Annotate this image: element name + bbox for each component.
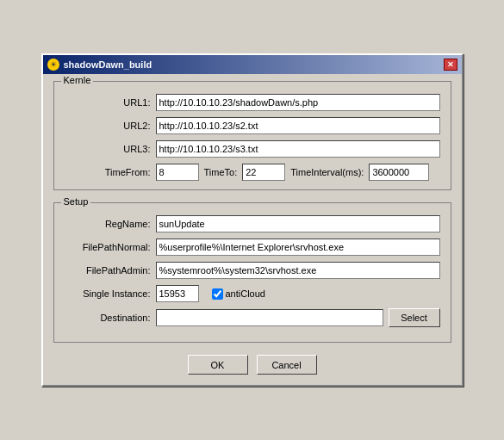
regname-input[interactable] [156,215,440,232]
filepnormal-input[interactable] [156,239,440,256]
regname-label: RegName: [65,219,151,229]
timefrom-input[interactable] [156,164,199,181]
timeinterval-label: TimeInterval(ms): [290,167,364,177]
time-row: TimeFrom: TimeTo: TimeInterval(ms): [65,164,440,181]
main-window: ☀ shadowDawn_build ✕ Kernle URL1: URL2: … [41,53,464,387]
url1-input[interactable] [156,94,440,111]
destination-label: Destination: [65,313,151,323]
timeto-input[interactable] [242,164,285,181]
window-icon: ☀ [47,59,59,71]
single-instance-label: Single Instance: [65,288,151,299]
url3-row: URL3: [65,140,440,158]
url2-input[interactable] [156,117,440,134]
url3-input[interactable] [156,140,440,158]
filepnormal-label: FilePathNormal: [65,242,151,252]
select-button[interactable]: Select [389,308,440,327]
setup-group: Setup RegName: FilePathNormal: FilePathA… [53,202,451,343]
timeto-label: TimeTo: [204,167,238,177]
titlebar-left: ☀ shadowDawn_build [47,59,152,71]
url2-label: URL2: [65,121,151,131]
ok-button[interactable]: OK [188,355,248,375]
bottom-buttons: OK Cancel [53,355,451,375]
single-instance-group: antiCloud [156,285,265,302]
timefrom-label: TimeFrom: [65,167,151,177]
cancel-button[interactable]: Cancel [257,355,317,375]
filepnormal-row: FilePathNormal: [65,239,440,256]
filepadmin-row: FilePathAdmin: [65,262,440,279]
url2-row: URL2: [65,117,440,134]
single-instance-input[interactable] [156,285,199,302]
kernle-group: Kernle URL1: URL2: URL3: TimeFrom: TimeT… [53,81,451,190]
destination-input[interactable] [156,309,383,326]
timeinterval-input[interactable] [369,164,429,181]
window-title: shadowDawn_build [64,59,152,70]
titlebar: ☀ shadowDawn_build ✕ [43,55,462,74]
anticloud-label: antiCloud [226,288,265,299]
setup-group-label: Setup [61,196,91,207]
url1-row: URL1: [65,94,440,111]
close-button[interactable]: ✕ [444,59,457,71]
kernle-group-label: Kernle [61,75,94,85]
anticloud-item: antiCloud [212,288,265,300]
filepadmin-input[interactable] [156,262,440,279]
window-body: Kernle URL1: URL2: URL3: TimeFrom: TimeT… [43,74,462,385]
filepadmin-label: FilePathAdmin: [65,265,151,276]
anticloud-checkbox[interactable] [212,288,223,300]
url3-label: URL3: [65,144,151,154]
regname-row: RegName: [65,215,440,232]
destination-row: Destination: Select [65,308,440,327]
single-instance-row: Single Instance: antiCloud [65,285,440,302]
url1-label: URL1: [65,97,151,108]
